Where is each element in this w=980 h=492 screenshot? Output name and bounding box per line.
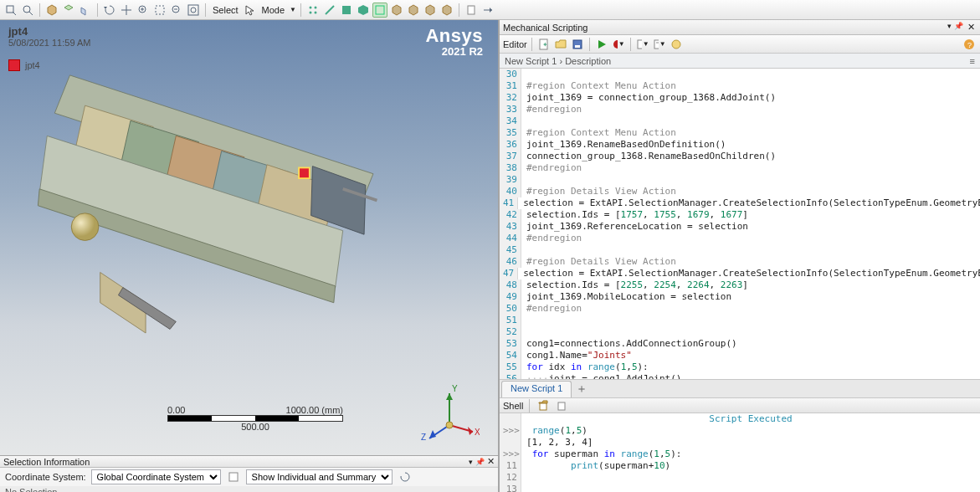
scale-mid: 500.00	[167, 422, 343, 432]
view3-icon[interactable]	[78, 3, 93, 18]
tab-add-icon[interactable]: ＋	[573, 381, 590, 397]
box1-icon[interactable]	[389, 3, 404, 18]
svg-marker-62	[598, 40, 606, 49]
zoom-in-icon[interactable]	[136, 3, 151, 18]
svg-point-67	[672, 40, 680, 49]
triad[interactable]: X Y Z	[419, 382, 480, 442]
box2-icon[interactable]	[406, 3, 421, 18]
breadcrumb: New Script 1 › Description ≡	[500, 54, 980, 69]
select-cursor-icon[interactable]	[243, 3, 258, 18]
svg-marker-25	[358, 5, 368, 15]
run-icon[interactable]	[594, 37, 609, 52]
scripting-title: Mechanical Scripting	[503, 23, 588, 33]
iso-view-icon[interactable]	[44, 3, 59, 18]
pin-icon[interactable]: ▾ 📌	[947, 22, 963, 33]
close-icon[interactable]: ✕	[965, 22, 977, 33]
shell-label: Shell	[503, 401, 523, 411]
zoom-fit-icon[interactable]	[3, 3, 18, 18]
help-icon[interactable]	[669, 37, 684, 52]
svg-marker-18	[246, 6, 254, 15]
view2-icon[interactable]	[61, 3, 76, 18]
zoom-out-icon[interactable]	[169, 3, 184, 18]
selection-info-panel: Selection Information ▾ 📌 ✕ Coordinate S…	[0, 455, 499, 492]
svg-rect-71	[540, 403, 546, 410]
pick-vertex-icon[interactable]	[305, 3, 321, 18]
triad-y: Y	[452, 384, 458, 393]
viewport-overlay: jpt4 5/08/2021 11:59 AM jpt4	[8, 25, 90, 71]
open-icon[interactable]	[553, 37, 568, 52]
insert-icon[interactable]: ▼	[652, 37, 667, 52]
svg-marker-30	[443, 5, 451, 15]
new-script-icon[interactable]: ✦	[536, 37, 552, 52]
api-help-icon[interactable]: ?	[962, 37, 977, 52]
no-selection-label: No Selection	[0, 486, 498, 492]
pick-edge-icon[interactable]	[322, 3, 337, 18]
tab-new-script[interactable]: New Script 1	[501, 381, 572, 397]
mode-dropdown-icon[interactable]: ▼	[290, 6, 296, 13]
snippet-icon[interactable]: ▼	[635, 37, 650, 52]
crumb-menu-icon[interactable]: ≡	[970, 56, 975, 66]
svg-rect-72	[558, 402, 565, 410]
fit-icon[interactable]	[186, 3, 201, 18]
model-timestamp: 5/08/2021 11:59 AM	[8, 38, 90, 48]
box4-icon[interactable]	[439, 3, 454, 18]
shell-output[interactable]: Script Executed >>> range(1,5) [1, 2, 3,…	[500, 413, 980, 492]
svg-rect-13	[156, 6, 164, 14]
coord-system-select[interactable]: Global Coordinate System	[91, 469, 221, 484]
svg-marker-59	[556, 40, 566, 48]
model-title: jpt4	[8, 25, 90, 38]
shell-clear-icon[interactable]	[536, 398, 551, 413]
show-mode-select[interactable]: Show Individual and Summary	[246, 469, 393, 484]
svg-point-19	[310, 6, 312, 8]
svg-rect-31	[468, 6, 475, 14]
pin-icon[interactable]: ▾ 📌	[469, 458, 485, 466]
scale-min: 0.00	[167, 405, 185, 415]
svg-marker-34	[490, 8, 492, 13]
svg-point-21	[310, 11, 312, 13]
unit-toggle-icon[interactable]	[226, 469, 241, 484]
brand-overlay: Ansys 2021 R2	[425, 25, 483, 58]
svg-marker-5	[64, 5, 73, 10]
svg-line-23	[326, 6, 334, 14]
clipboard-icon[interactable]	[464, 3, 479, 18]
svg-rect-64	[638, 40, 642, 49]
code-editor[interactable]: 3031#region Context Menu Action32joint_1…	[500, 69, 980, 380]
pick-body-icon[interactable]	[356, 3, 371, 18]
pick-active-icon[interactable]	[372, 3, 387, 18]
triad-z: Z	[421, 433, 426, 442]
svg-marker-28	[409, 5, 418, 15]
box3-icon[interactable]	[423, 3, 438, 18]
pan-icon[interactable]	[119, 3, 134, 18]
refresh-icon[interactable]	[398, 469, 413, 484]
svg-rect-24	[342, 6, 351, 14]
svg-rect-32	[469, 5, 473, 7]
svg-point-55	[446, 422, 453, 428]
exec-msg: Script Executed	[521, 413, 980, 425]
legend: jpt4	[8, 59, 90, 71]
svg-marker-29	[426, 5, 434, 15]
svg-rect-61	[575, 45, 580, 48]
graphics-viewport[interactable]: jpt4 5/08/2021 11:59 AM jpt4 Ansys 2021 …	[0, 20, 499, 455]
svg-text:?: ?	[967, 41, 972, 49]
svg-point-2	[23, 6, 30, 13]
svg-marker-6	[81, 8, 85, 15]
selection-info-title: Selection Information	[3, 457, 90, 467]
main-toolbar: Select Mode▼	[0, 0, 980, 20]
record-icon[interactable]: ▼	[611, 37, 626, 52]
legend-label: jpt4	[25, 60, 40, 70]
svg-rect-26	[376, 6, 384, 14]
svg-rect-0	[7, 6, 13, 13]
close-icon[interactable]: ✕	[487, 456, 495, 466]
pick-face-icon[interactable]	[339, 3, 354, 18]
scripting-panel-head: Mechanical Scripting ▾ 📌 ✕	[500, 20, 980, 35]
zoom-area-icon[interactable]	[152, 3, 167, 18]
editor-toolbar: Editor ✦ ▼ ▼ ▼ ?	[500, 35, 980, 54]
svg-line-3	[29, 12, 33, 15]
editor-tabs: New Script 1 ＋	[500, 380, 980, 398]
save-icon[interactable]	[570, 37, 585, 52]
extend-icon[interactable]	[480, 3, 495, 18]
shell-copy-icon[interactable]	[554, 398, 569, 413]
svg-point-22	[315, 11, 317, 13]
zoom-icon[interactable]	[20, 3, 35, 18]
rotate-icon[interactable]	[102, 3, 117, 18]
